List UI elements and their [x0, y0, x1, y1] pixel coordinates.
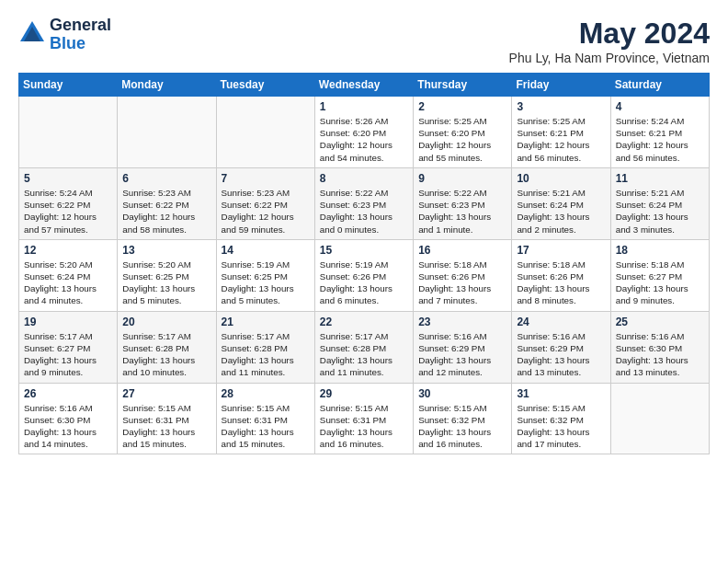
title-location: Phu Ly, Ha Nam Province, Vietnam: [509, 51, 710, 65]
calendar-cell: 26Sunrise: 5:16 AMSunset: 6:30 PMDayligh…: [19, 383, 118, 454]
calendar-cell: 4Sunrise: 5:24 AMSunset: 6:21 PMDaylight…: [610, 97, 709, 168]
day-number: 17: [517, 244, 605, 257]
day-number: 10: [517, 172, 605, 185]
calendar-cell: 15Sunrise: 5:19 AMSunset: 6:26 PMDayligh…: [314, 239, 413, 311]
title-block: May 2024 Phu Ly, Ha Nam Province, Vietna…: [509, 17, 710, 65]
day-number: 29: [320, 387, 408, 400]
day-number: 11: [616, 172, 704, 185]
calendar-cell: 20Sunrise: 5:17 AMSunset: 6:28 PMDayligh…: [118, 311, 216, 383]
calendar-cell: 25Sunrise: 5:16 AMSunset: 6:30 PMDayligh…: [610, 311, 709, 383]
calendar-week-row: 1Sunrise: 5:26 AMSunset: 6:20 PMDaylight…: [19, 97, 710, 168]
calendar-cell: [118, 97, 216, 168]
day-number: 20: [122, 316, 210, 328]
logo-text: General Blue: [50, 17, 111, 53]
day-number: 7: [222, 172, 310, 185]
page: General Blue May 2024 Phu Ly, Ha Nam Pro…: [0, 0, 728, 465]
header-saturday: Saturday: [610, 74, 709, 97]
calendar-cell: 7Sunrise: 5:23 AMSunset: 6:22 PMDaylight…: [216, 167, 314, 239]
day-info: Sunrise: 5:19 AMSunset: 6:25 PMDaylight:…: [222, 259, 310, 307]
day-number: 12: [24, 244, 112, 257]
logo: General Blue: [18, 17, 111, 53]
calendar-cell: [610, 383, 709, 454]
calendar-table: Sunday Monday Tuesday Wednesday Thursday…: [18, 73, 710, 454]
header-friday: Friday: [512, 74, 610, 97]
calendar-cell: 8Sunrise: 5:22 AMSunset: 6:23 PMDaylight…: [314, 167, 413, 239]
day-info: Sunrise: 5:26 AMSunset: 6:20 PMDaylight:…: [320, 115, 408, 164]
calendar-cell: 11Sunrise: 5:21 AMSunset: 6:24 PMDayligh…: [610, 167, 709, 239]
day-number: 9: [418, 172, 506, 185]
day-info: Sunrise: 5:25 AMSunset: 6:20 PMDaylight:…: [418, 115, 506, 164]
day-info: Sunrise: 5:16 AMSunset: 6:29 PMDaylight:…: [418, 330, 506, 379]
day-number: 4: [616, 100, 704, 113]
day-info: Sunrise: 5:22 AMSunset: 6:23 PMDaylight:…: [320, 187, 408, 236]
day-info: Sunrise: 5:23 AMSunset: 6:22 PMDaylight:…: [222, 187, 310, 236]
calendar-cell: 12Sunrise: 5:20 AMSunset: 6:24 PMDayligh…: [19, 239, 118, 311]
logo-icon: [18, 19, 46, 47]
calendar-cell: 16Sunrise: 5:18 AMSunset: 6:26 PMDayligh…: [414, 239, 512, 311]
calendar-cell: 31Sunrise: 5:15 AMSunset: 6:32 PMDayligh…: [512, 383, 610, 454]
calendar-cell: 2Sunrise: 5:25 AMSunset: 6:20 PMDaylight…: [414, 97, 512, 168]
day-number: 8: [320, 172, 408, 185]
day-info: Sunrise: 5:21 AMSunset: 6:24 PMDaylight:…: [517, 187, 605, 236]
day-number: 5: [24, 172, 112, 185]
day-number: 23: [418, 316, 506, 328]
header-sunday: Sunday: [19, 74, 118, 97]
calendar-cell: 29Sunrise: 5:15 AMSunset: 6:31 PMDayligh…: [314, 383, 413, 454]
day-number: 13: [122, 244, 210, 257]
day-info: Sunrise: 5:21 AMSunset: 6:24 PMDaylight:…: [616, 187, 704, 236]
day-info: Sunrise: 5:23 AMSunset: 6:22 PMDaylight:…: [122, 187, 210, 236]
day-number: 3: [517, 100, 605, 113]
calendar-cell: 23Sunrise: 5:16 AMSunset: 6:29 PMDayligh…: [414, 311, 512, 383]
calendar-cell: 27Sunrise: 5:15 AMSunset: 6:31 PMDayligh…: [118, 383, 216, 454]
day-number: 22: [320, 316, 408, 328]
day-info: Sunrise: 5:17 AMSunset: 6:28 PMDaylight:…: [320, 330, 408, 379]
calendar-week-row: 12Sunrise: 5:20 AMSunset: 6:24 PMDayligh…: [19, 239, 710, 311]
header-tuesday: Tuesday: [216, 74, 314, 97]
day-info: Sunrise: 5:20 AMSunset: 6:24 PMDaylight:…: [24, 259, 112, 307]
day-number: 25: [616, 316, 704, 328]
calendar-week-row: 19Sunrise: 5:17 AMSunset: 6:27 PMDayligh…: [19, 311, 710, 383]
day-number: 15: [320, 244, 408, 257]
day-number: 14: [222, 244, 310, 257]
calendar-cell: 24Sunrise: 5:16 AMSunset: 6:29 PMDayligh…: [512, 311, 610, 383]
calendar-cell: 10Sunrise: 5:21 AMSunset: 6:24 PMDayligh…: [512, 167, 610, 239]
day-number: 31: [517, 387, 605, 400]
logo-blue-text: Blue: [50, 35, 111, 53]
day-number: 18: [616, 244, 704, 257]
day-info: Sunrise: 5:24 AMSunset: 6:21 PMDaylight:…: [616, 115, 704, 164]
calendar-cell: 14Sunrise: 5:19 AMSunset: 6:25 PMDayligh…: [216, 239, 314, 311]
weekday-header-row: Sunday Monday Tuesday Wednesday Thursday…: [19, 74, 710, 97]
day-number: 24: [517, 316, 605, 328]
calendar-cell: 3Sunrise: 5:25 AMSunset: 6:21 PMDaylight…: [512, 97, 610, 168]
logo-general-text: General: [50, 17, 111, 35]
day-info: Sunrise: 5:16 AMSunset: 6:30 PMDaylight:…: [616, 330, 704, 379]
calendar-cell: 17Sunrise: 5:18 AMSunset: 6:26 PMDayligh…: [512, 239, 610, 311]
day-number: 1: [320, 100, 408, 113]
calendar-cell: 5Sunrise: 5:24 AMSunset: 6:22 PMDaylight…: [19, 167, 118, 239]
day-info: Sunrise: 5:18 AMSunset: 6:26 PMDaylight:…: [418, 259, 506, 307]
calendar-cell: 30Sunrise: 5:15 AMSunset: 6:32 PMDayligh…: [414, 383, 512, 454]
day-number: 19: [24, 316, 112, 328]
calendar-cell: 21Sunrise: 5:17 AMSunset: 6:28 PMDayligh…: [216, 311, 314, 383]
day-number: 28: [222, 387, 310, 400]
day-info: Sunrise: 5:15 AMSunset: 6:31 PMDaylight:…: [122, 402, 210, 451]
day-info: Sunrise: 5:17 AMSunset: 6:28 PMDaylight:…: [122, 330, 210, 379]
day-info: Sunrise: 5:22 AMSunset: 6:23 PMDaylight:…: [418, 187, 506, 236]
day-number: 27: [122, 387, 210, 400]
day-info: Sunrise: 5:24 AMSunset: 6:22 PMDaylight:…: [24, 187, 112, 236]
header-monday: Monday: [118, 74, 216, 97]
calendar-cell: 9Sunrise: 5:22 AMSunset: 6:23 PMDaylight…: [414, 167, 512, 239]
day-number: 2: [418, 100, 506, 113]
header: General Blue May 2024 Phu Ly, Ha Nam Pro…: [18, 17, 710, 65]
day-info: Sunrise: 5:15 AMSunset: 6:32 PMDaylight:…: [517, 402, 605, 451]
day-info: Sunrise: 5:15 AMSunset: 6:32 PMDaylight:…: [418, 402, 506, 451]
calendar-cell: 19Sunrise: 5:17 AMSunset: 6:27 PMDayligh…: [19, 311, 118, 383]
day-info: Sunrise: 5:17 AMSunset: 6:27 PMDaylight:…: [24, 330, 112, 379]
day-info: Sunrise: 5:25 AMSunset: 6:21 PMDaylight:…: [517, 115, 605, 164]
calendar-cell: 22Sunrise: 5:17 AMSunset: 6:28 PMDayligh…: [314, 311, 413, 383]
calendar-week-row: 26Sunrise: 5:16 AMSunset: 6:30 PMDayligh…: [19, 383, 710, 454]
header-thursday: Thursday: [414, 74, 512, 97]
calendar-cell: 18Sunrise: 5:18 AMSunset: 6:27 PMDayligh…: [610, 239, 709, 311]
day-info: Sunrise: 5:18 AMSunset: 6:27 PMDaylight:…: [616, 259, 704, 307]
day-info: Sunrise: 5:16 AMSunset: 6:30 PMDaylight:…: [24, 402, 112, 451]
